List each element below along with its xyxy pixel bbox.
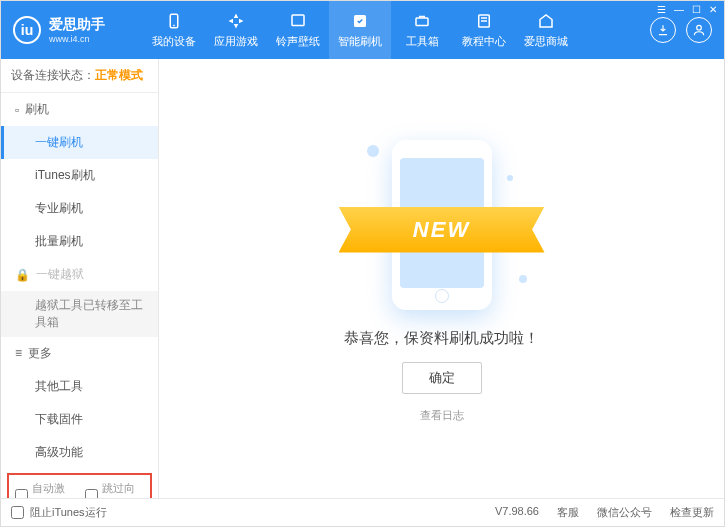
app-name: 爱思助手 (49, 16, 105, 34)
sidebar-section-more[interactable]: ≡ 更多 (1, 337, 158, 370)
options-checkbox-area: 自动激活 跳过向导 (7, 473, 152, 498)
sidebar: 设备连接状态：正常模式 ▫ 刷机 一键刷机 iTunes刷机 专业刷机 批量刷机… (1, 59, 159, 498)
minimize-icon[interactable]: — (674, 4, 684, 15)
flash-icon: ▫ (15, 103, 19, 117)
success-illustration: NEW (347, 135, 537, 315)
svg-rect-4 (416, 18, 428, 26)
lock-icon: 🔒 (15, 268, 30, 282)
sidebar-item-other-tools[interactable]: 其他工具 (1, 370, 158, 403)
user-button[interactable] (686, 17, 712, 43)
connection-status: 设备连接状态：正常模式 (1, 59, 158, 93)
nav-store[interactable]: 爱思商城 (515, 1, 577, 59)
nav-my-device[interactable]: 我的设备 (143, 1, 205, 59)
logo: iu 爱思助手 www.i4.cn (13, 16, 143, 44)
nav-tutorials[interactable]: 教程中心 (453, 1, 515, 59)
skip-guide-checkbox[interactable]: 跳过向导 (85, 481, 145, 498)
image-icon (288, 11, 308, 31)
sidebar-section-flash[interactable]: ▫ 刷机 (1, 93, 158, 126)
download-button[interactable] (650, 17, 676, 43)
main-content: NEW 恭喜您，保资料刷机成功啦！ 确定 查看日志 (159, 59, 724, 498)
footer: 阻止iTunes运行 V7.98.66 客服 微信公众号 检查更新 (1, 498, 724, 526)
footer-link-support[interactable]: 客服 (557, 505, 579, 520)
sidebar-item-download-firmware[interactable]: 下载固件 (1, 403, 158, 436)
sidebar-section-jailbreak: 🔒 一键越狱 (1, 258, 158, 291)
nav-apps[interactable]: 应用游戏 (205, 1, 267, 59)
close-icon[interactable]: ✕ (709, 4, 717, 15)
home-icon (536, 11, 556, 31)
more-icon: ≡ (15, 346, 22, 360)
sidebar-jailbreak-note: 越狱工具已转移至工具箱 (1, 291, 158, 337)
version-label: V7.98.66 (495, 505, 539, 520)
apps-icon (226, 11, 246, 31)
footer-link-update[interactable]: 检查更新 (670, 505, 714, 520)
success-message: 恭喜您，保资料刷机成功啦！ (344, 329, 539, 348)
maximize-icon[interactable]: ☐ (692, 4, 701, 15)
sidebar-item-advanced[interactable]: 高级功能 (1, 436, 158, 469)
svg-point-8 (697, 25, 702, 30)
new-ribbon: NEW (339, 207, 545, 253)
menu-icon[interactable]: ☰ (657, 4, 666, 15)
sidebar-item-onekey-flash[interactable]: 一键刷机 (1, 126, 158, 159)
app-url: www.i4.cn (49, 34, 105, 44)
sidebar-item-batch-flash[interactable]: 批量刷机 (1, 225, 158, 258)
block-itunes-checkbox[interactable]: 阻止iTunes运行 (11, 505, 107, 520)
svg-rect-2 (292, 15, 304, 26)
toolbox-icon (412, 11, 432, 31)
top-nav: 我的设备 应用游戏 铃声壁纸 智能刷机 工具箱 教程中心 爱思商城 (143, 1, 650, 59)
ok-button[interactable]: 确定 (402, 362, 482, 394)
nav-ringtones[interactable]: 铃声壁纸 (267, 1, 329, 59)
phone-icon (164, 11, 184, 31)
book-icon (474, 11, 494, 31)
refresh-icon (350, 11, 370, 31)
nav-toolbox[interactable]: 工具箱 (391, 1, 453, 59)
header: iu 爱思助手 www.i4.cn 我的设备 应用游戏 铃声壁纸 智能刷机 工具… (1, 1, 724, 59)
nav-flash[interactable]: 智能刷机 (329, 1, 391, 59)
logo-icon: iu (13, 16, 41, 44)
sidebar-item-itunes-flash[interactable]: iTunes刷机 (1, 159, 158, 192)
view-log-link[interactable]: 查看日志 (420, 408, 464, 423)
footer-link-wechat[interactable]: 微信公众号 (597, 505, 652, 520)
sidebar-item-pro-flash[interactable]: 专业刷机 (1, 192, 158, 225)
auto-activate-checkbox[interactable]: 自动激活 (15, 481, 75, 498)
